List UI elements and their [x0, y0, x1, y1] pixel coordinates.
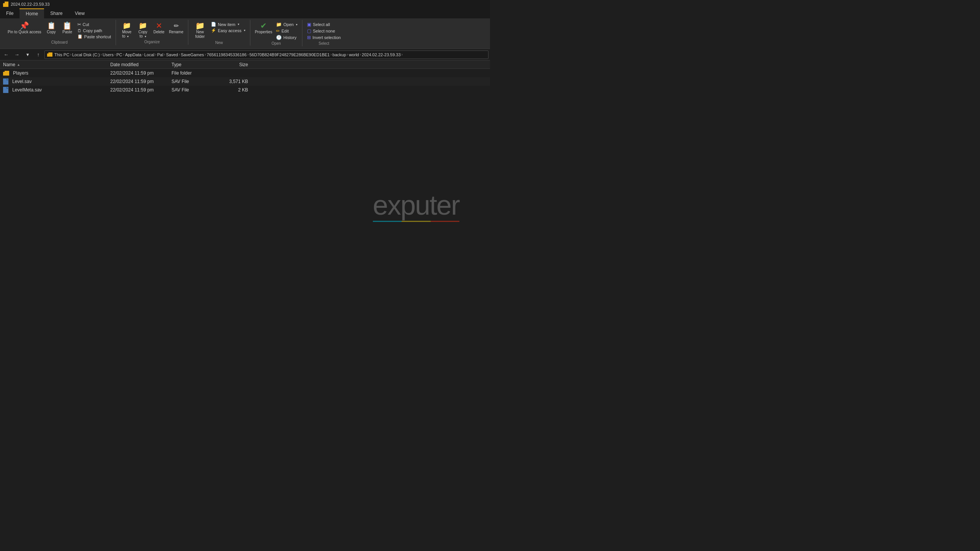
column-size[interactable]: Size [217, 62, 248, 67]
table-row[interactable]: Level.sav 22/02/2024 11:59 pm SAV File 3… [0, 77, 490, 86]
breadcrumb-appdata[interactable]: AppData [125, 52, 142, 57]
edit-button[interactable]: ✏ Edit [274, 28, 299, 34]
address-bar[interactable]: This PC › Local Disk (C:) › Users › PC ›… [44, 51, 488, 59]
new-folder-icon: 📁 [196, 21, 204, 30]
select-all-icon: ▣ [307, 22, 311, 27]
paste-shortcut-icon: 📋 [77, 34, 83, 39]
clipboard-label: Clipboard [51, 40, 68, 44]
table-row[interactable]: LevelMeta.sav 22/02/2024 11:59 pm SAV Fi… [0, 86, 490, 94]
paste-icon: 📋 [63, 21, 72, 30]
ribbon-organize-section: 📁 Moveto ▾ 📁 Copyto ▾ ✕ Delete [116, 20, 188, 45]
file-name-level: Level.sav [3, 78, 110, 85]
copy-path-button[interactable]: 🗒 Copy path [76, 28, 113, 33]
rename-button[interactable]: ✏ Rename [167, 21, 185, 35]
tab-share[interactable]: Share [44, 8, 69, 18]
edit-icon: ✏ [276, 28, 280, 34]
title-folder-icon [3, 2, 8, 7]
window-title: 2024.02.22-23.59.33 [11, 2, 50, 7]
copy-button[interactable]: 📋 Copy [44, 21, 59, 35]
address-folder-icon [47, 52, 52, 57]
breadcrumb-savegames[interactable]: SaveGames [181, 52, 204, 57]
delete-button[interactable]: ✕ Delete [151, 21, 167, 35]
breadcrumb-saved[interactable]: Saved [166, 52, 178, 57]
pin-quick-access-button[interactable]: 📌 Pin to Quick access [6, 21, 43, 35]
tab-home[interactable]: Home [20, 8, 44, 18]
tab-view[interactable]: View [69, 8, 91, 18]
breadcrumb-pal[interactable]: Pal [157, 52, 163, 57]
folder-icon [3, 71, 9, 76]
watermark-text: exputer [373, 189, 459, 221]
easy-access-icon: ⚡ [211, 28, 216, 33]
breadcrumb-thispc[interactable]: This PC [54, 52, 69, 57]
paste-button[interactable]: 📋 Paste [60, 21, 75, 35]
content-area: Name ▲ Date modified Type Size Players 2… [0, 60, 490, 269]
watermark: exputer [373, 189, 459, 222]
properties-button[interactable]: ✔ Properties [253, 21, 274, 35]
breadcrumb-localdisk[interactable]: Local Disk (C:) [72, 52, 100, 57]
recent-locations-button[interactable]: ▾ [23, 50, 32, 59]
tab-file[interactable]: File [0, 8, 20, 18]
properties-icon: ✔ [259, 21, 268, 30]
breadcrumb: This PC › Local Disk (C:) › Users › PC ›… [54, 52, 403, 57]
ribbon: 📌 Pin to Quick access 📋 Copy 📋 P [0, 18, 490, 49]
new-item-button[interactable]: 📄 New item ▾ [209, 21, 247, 27]
scissors-icon: ✂ [77, 22, 81, 27]
breadcrumb-local[interactable]: Local [144, 52, 154, 57]
copy-to-icon: 📁 [139, 21, 147, 30]
file-date-players: 22/02/2024 11:59 pm [110, 70, 172, 76]
title-bar: 2024.02.22-23.59.33 [0, 0, 490, 8]
underline-yellow [402, 221, 430, 222]
ribbon-new-section: 📁 Newfolder 📄 New item ▾ ⚡ Easy access ▾ [188, 20, 250, 46]
underline-red [431, 221, 459, 222]
back-button[interactable]: ← [2, 50, 11, 59]
sav-file-icon [3, 78, 8, 85]
open-label: Open [271, 41, 281, 46]
ribbon-open-section: ✔ Properties 📁 Open ▾ ✏ Edit 🕐 [250, 20, 303, 46]
breadcrumb-pc[interactable]: PC [116, 52, 122, 57]
breadcrumb-backup[interactable]: backup [333, 52, 346, 57]
easy-access-button[interactable]: ⚡ Easy access ▾ [209, 28, 247, 33]
column-date-modified[interactable]: Date modified [110, 62, 172, 67]
move-to-button[interactable]: 📁 Moveto ▾ [119, 21, 134, 39]
cut-button[interactable]: ✂ Cut [76, 21, 113, 28]
breadcrumb-steamid[interactable]: 76561198345336186 [207, 52, 247, 57]
select-none-button[interactable]: ▢ Select none [305, 28, 342, 34]
ribbon-select-section: ▣ Select all ▢ Select none ⊞ Invert sele… [302, 20, 345, 46]
open-button[interactable]: 📁 Open ▾ [274, 21, 299, 28]
new-folder-button[interactable]: 📁 Newfolder [191, 21, 209, 40]
breadcrumb-world[interactable]: world [349, 52, 359, 57]
select-all-button[interactable]: ▣ Select all [305, 21, 342, 28]
breadcrumb-users[interactable]: Users [103, 52, 114, 57]
file-type-levelmeta: SAV File [172, 87, 217, 93]
file-name-players: Players [3, 70, 110, 76]
invert-selection-icon: ⊞ [307, 35, 311, 40]
breadcrumb-current[interactable]: 2024.02.22-23.59.33 [362, 52, 401, 57]
sav-file-icon [3, 87, 8, 93]
navigation-bar: ← → ▾ ↑ This PC › Local Disk (C:) › User… [0, 49, 490, 60]
copy-to-button[interactable]: 📁 Copyto ▾ [135, 21, 150, 39]
tab-bar: File Home Share View [0, 8, 490, 18]
move-to-icon: 📁 [122, 21, 131, 30]
rename-icon: ✏ [172, 21, 180, 30]
column-name[interactable]: Name ▲ [3, 62, 110, 67]
forward-button[interactable]: → [12, 50, 21, 59]
copy-path-icon: 🗒 [77, 28, 82, 33]
watermark-underline [373, 221, 459, 222]
pin-icon: 📌 [20, 21, 29, 30]
file-type-level: SAV File [172, 79, 217, 84]
up-button[interactable]: ↑ [34, 50, 43, 59]
table-row[interactable]: Players 22/02/2024 11:59 pm File folder [0, 69, 490, 77]
file-name-levelmeta: LevelMeta.sav [3, 87, 110, 93]
file-size-level: 3,571 KB [217, 79, 248, 84]
paste-shortcut-button[interactable]: 📋 Paste shortcut [76, 34, 113, 39]
file-list: Name ▲ Date modified Type Size Players 2… [0, 60, 490, 269]
select-label: Select [318, 41, 329, 46]
new-item-icon: 📄 [211, 22, 216, 27]
invert-selection-button[interactable]: ⊞ Invert selection [305, 34, 342, 41]
history-button[interactable]: 🕐 History [274, 34, 299, 41]
breadcrumb-hash[interactable]: 56D70B824B9F248279E286BE90ED1BE1 [249, 52, 330, 57]
column-type[interactable]: Type [172, 62, 217, 67]
file-type-players: File folder [172, 70, 217, 76]
underline-cyan [373, 221, 402, 222]
ribbon-clipboard-section: 📌 Pin to Quick access 📋 Copy 📋 P [3, 20, 116, 45]
